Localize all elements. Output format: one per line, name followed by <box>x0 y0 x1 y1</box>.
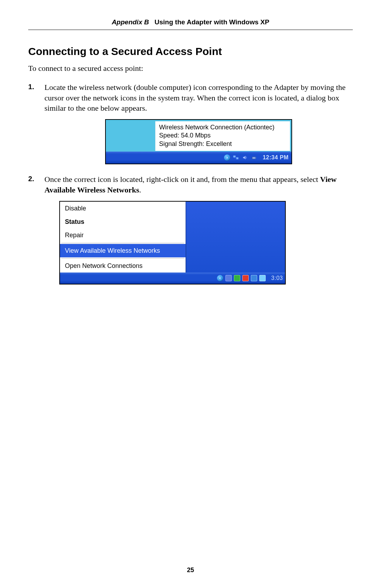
svg-rect-3 <box>255 158 256 158</box>
network-icon[interactable] <box>225 275 232 281</box>
step-1-text: Locate the wireless network (double comp… <box>44 83 345 112</box>
tray-expand-icon[interactable]: › <box>224 154 230 161</box>
intro-text: To connect to a secured access point: <box>28 64 353 73</box>
page-number: 25 <box>0 566 381 574</box>
safely-remove-icon[interactable] <box>251 154 258 161</box>
update-icon[interactable] <box>251 275 257 281</box>
volume-icon[interactable] <box>242 154 249 161</box>
menu-item-open-connections[interactable]: Open Network Connections <box>60 259 186 272</box>
display-icon[interactable] <box>259 275 266 281</box>
svg-rect-0 <box>233 155 236 158</box>
system-tray-2: ‹ 3:03 <box>60 272 285 284</box>
tooltip-line-1: Wireless Network Connection (Actiontec) <box>159 123 287 131</box>
tooltip-line-2: Speed: 54.0 Mbps <box>159 131 287 140</box>
system-tray: › 12:34 PM <box>106 152 291 164</box>
step-2-post: . <box>139 185 141 194</box>
tray-collapse-icon[interactable]: ‹ <box>217 275 223 281</box>
menu-separator <box>61 243 184 243</box>
tray-clock: 12:34 PM <box>263 154 289 161</box>
step-2: Once the correct icon is located, right-… <box>44 174 353 284</box>
screenshot-context-menu: Disable Status Repair View Available Wir… <box>59 201 286 284</box>
network-icon[interactable] <box>232 154 240 161</box>
context-menu: Disable Status Repair View Available Wir… <box>60 202 186 272</box>
screenshot-tooltip-tray: Wireless Network Connection (Actiontec) … <box>105 119 292 164</box>
tooltip-line-3: Signal Strength: Excellent <box>159 140 287 148</box>
antivirus-icon[interactable] <box>234 275 240 281</box>
svg-rect-1 <box>236 157 238 159</box>
menu-item-view-available[interactable]: View Available Wireless Networks <box>60 244 186 257</box>
tray-clock-2: 3:03 <box>271 274 283 282</box>
menu-item-disable[interactable]: Disable <box>60 202 186 215</box>
appendix-title: Using the Adapter with Windows XP <box>155 18 269 26</box>
menu-separator <box>61 258 184 258</box>
step-1: Locate the wireless network (double comp… <box>44 82 353 164</box>
header-rule <box>28 30 353 30</box>
step-2-pre: Once the correct icon is located, right-… <box>44 175 320 184</box>
menu-item-repair[interactable]: Repair <box>60 228 186 242</box>
section-title: Connecting to a Secured Access Point <box>28 45 353 57</box>
network-tooltip: Wireless Network Connection (Actiontec) … <box>155 121 290 151</box>
appendix-label: Appendix B <box>112 18 149 26</box>
appendix-header: Appendix B Using the Adapter with Window… <box>28 18 353 26</box>
menu-item-status[interactable]: Status <box>60 215 186 228</box>
security-alert-icon[interactable] <box>242 275 249 281</box>
